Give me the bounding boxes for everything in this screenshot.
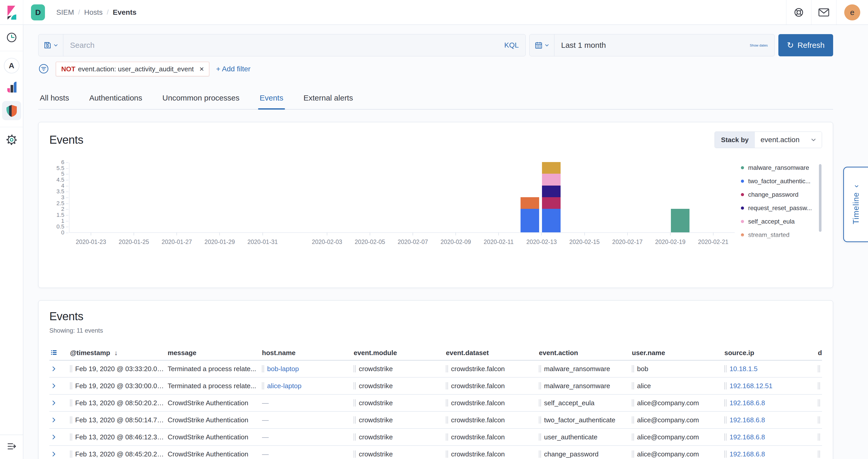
- drag-handle[interactable]: [724, 400, 726, 406]
- column-header-host-name[interactable]: host.name: [262, 349, 354, 357]
- user-avatar[interactable]: e: [844, 4, 860, 21]
- row-expander[interactable]: [49, 417, 70, 423]
- drag-handle[interactable]: [262, 365, 264, 372]
- column-header-destination-ip[interactable]: destination.ip: [818, 349, 822, 357]
- drag-handle[interactable]: [724, 417, 726, 423]
- drag-handle[interactable]: [724, 365, 726, 372]
- column-header-user-name[interactable]: user.name: [632, 349, 724, 357]
- space-badge[interactable]: D: [31, 4, 45, 21]
- drag-handle[interactable]: [70, 382, 72, 389]
- drag-handle[interactable]: [539, 434, 541, 440]
- legend-item-two-factor-authenticate[interactable]: two_factor_authentic...: [741, 178, 810, 185]
- kql-label[interactable]: KQL: [504, 41, 519, 49]
- expand-nav-button[interactable]: [6, 442, 17, 452]
- value-link[interactable]: 192.168.6.8: [730, 416, 765, 424]
- timeline-flyout-toggle[interactable]: Timeline ‹: [843, 167, 868, 242]
- bar-segment-malware-ransomware[interactable]: [671, 209, 689, 232]
- drag-handle[interactable]: [70, 365, 72, 372]
- breadcrumb-hosts[interactable]: Hosts: [84, 8, 103, 17]
- sidebar-item-management[interactable]: [6, 134, 18, 147]
- drag-handle[interactable]: [354, 400, 356, 406]
- legend-item-malware-ransomware[interactable]: malware_ransomware: [741, 164, 809, 171]
- drag-handle[interactable]: [354, 365, 356, 372]
- drag-handle[interactable]: [539, 400, 541, 406]
- drag-handle[interactable]: [632, 451, 634, 457]
- drag-handle[interactable]: [70, 451, 72, 457]
- value-link[interactable]: 192.168.6.8: [730, 450, 765, 458]
- row-expander[interactable]: [49, 451, 70, 457]
- bar-segment-request-reset-password[interactable]: [542, 186, 561, 197]
- value-link[interactable]: alice-laptop: [267, 382, 302, 390]
- tab-authentications[interactable]: Authentications: [88, 89, 144, 109]
- show-dates-button[interactable]: Show dates: [750, 43, 768, 47]
- drag-handle[interactable]: [724, 451, 726, 457]
- kibana-logo[interactable]: [0, 0, 23, 25]
- row-expander[interactable]: [49, 382, 70, 389]
- sidebar-item-visualize[interactable]: [6, 81, 18, 94]
- drag-handle[interactable]: [70, 417, 72, 423]
- stack-by-select[interactable]: event.action: [755, 132, 822, 148]
- remove-filter-icon[interactable]: ×: [197, 65, 206, 73]
- bar-segment-change-password[interactable]: [542, 197, 561, 209]
- column-header-timestamp[interactable]: @timestamp↓: [70, 349, 168, 357]
- drag-handle[interactable]: [446, 417, 448, 423]
- tab-all-hosts[interactable]: All hosts: [38, 89, 70, 109]
- column-header-message[interactable]: message: [168, 349, 262, 357]
- drag-handle[interactable]: [632, 365, 634, 372]
- recently-viewed-button[interactable]: [6, 32, 18, 44]
- sidebar-item-siem[interactable]: [2, 101, 21, 120]
- search-input[interactable]: Search KQL: [63, 34, 525, 56]
- newsfeed-button[interactable]: [811, 0, 836, 25]
- column-header-source-ip[interactable]: source.ip: [724, 349, 818, 357]
- bar-segment-self-accept-eula[interactable]: [542, 174, 561, 185]
- bar-segment-two-factor-authenticate[interactable]: [521, 209, 539, 232]
- legend-item-self-accept-eula[interactable]: self_accept_eula: [741, 218, 795, 225]
- drag-handle[interactable]: [446, 365, 448, 372]
- add-filter-button[interactable]: + Add filter: [216, 65, 250, 73]
- value-link[interactable]: 192.168.6.8: [730, 399, 765, 407]
- drag-handle[interactable]: [818, 400, 820, 406]
- bar-segment-two-factor-authenticate[interactable]: [542, 209, 561, 232]
- drag-handle[interactable]: [539, 451, 541, 457]
- drag-handle[interactable]: [354, 417, 356, 423]
- drag-handle[interactable]: [539, 417, 541, 423]
- tab-external-alerts[interactable]: External alerts: [302, 89, 355, 109]
- drag-handle[interactable]: [354, 382, 356, 389]
- tab-uncommon-processes[interactable]: Uncommon processes: [161, 89, 241, 109]
- saved-query-menu-button[interactable]: [38, 34, 63, 56]
- help-button[interactable]: [786, 0, 811, 25]
- drag-handle[interactable]: [446, 400, 448, 406]
- row-expander[interactable]: [49, 400, 70, 406]
- drag-handle[interactable]: [539, 365, 541, 372]
- drag-handle[interactable]: [818, 382, 820, 389]
- drag-handle[interactable]: [818, 451, 820, 457]
- value-link[interactable]: 192.168.6.8: [730, 433, 765, 441]
- value-link[interactable]: 10.18.1.5: [730, 365, 757, 373]
- drag-handle[interactable]: [262, 382, 264, 389]
- drag-handle[interactable]: [632, 417, 634, 423]
- drag-handle[interactable]: [724, 434, 726, 440]
- row-expander[interactable]: [49, 434, 70, 440]
- drag-handle[interactable]: [539, 382, 541, 389]
- app-avatar-a[interactable]: A: [4, 58, 20, 73]
- drag-handle[interactable]: [818, 417, 820, 423]
- bar-segment-user-authenticate[interactable]: [542, 162, 561, 174]
- column-header-event-module[interactable]: event.module: [354, 349, 446, 357]
- breadcrumb-siem[interactable]: SIEM: [56, 8, 74, 17]
- legend-scrollbar[interactable]: [819, 164, 822, 232]
- bar-segment-stream-started[interactable]: [521, 197, 539, 209]
- row-expander[interactable]: [49, 365, 70, 372]
- refresh-button[interactable]: ↻ Refresh: [778, 34, 833, 56]
- value-link[interactable]: 192.168.12.51: [730, 382, 772, 390]
- drag-handle[interactable]: [446, 382, 448, 389]
- drag-handle[interactable]: [70, 434, 72, 440]
- date-range-value[interactable]: Last 1 month: [561, 41, 606, 50]
- drag-handle[interactable]: [818, 434, 820, 440]
- drag-handle[interactable]: [354, 434, 356, 440]
- date-quick-select-button[interactable]: [530, 34, 554, 56]
- legend-item-request-reset-password[interactable]: request_reset_passw...: [741, 205, 812, 212]
- column-header-event-dataset[interactable]: event.dataset: [446, 349, 539, 357]
- drag-handle[interactable]: [632, 400, 634, 406]
- drag-handle[interactable]: [724, 382, 726, 389]
- drag-handle[interactable]: [70, 400, 72, 406]
